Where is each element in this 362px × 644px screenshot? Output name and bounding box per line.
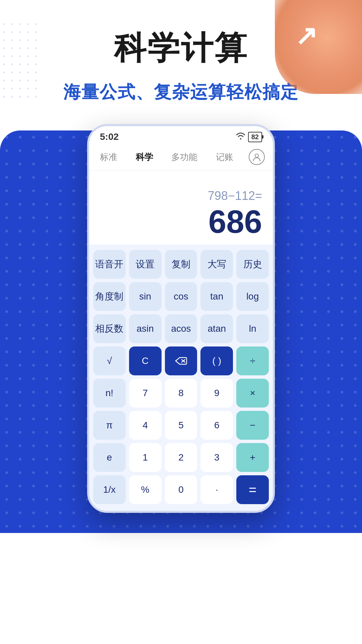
key-asin[interactable]: asin xyxy=(129,314,162,343)
key-clear[interactable]: C xyxy=(129,346,162,375)
key-sqrt[interactable]: √ xyxy=(93,346,126,375)
top-section: 科学计算 海量公式、复杂运算轻松搞定 xyxy=(0,0,362,117)
key-pi[interactable]: π xyxy=(93,411,126,440)
key-uppercase[interactable]: 大写 xyxy=(200,250,233,279)
key-0[interactable]: 0 xyxy=(165,475,197,504)
key-5[interactable]: 5 xyxy=(165,411,197,440)
status-bar: 5:02 82 xyxy=(89,126,273,145)
key-equals[interactable]: = xyxy=(236,475,269,504)
key-2[interactable]: 2 xyxy=(165,443,197,472)
key-angle[interactable]: 角度制 xyxy=(93,282,126,311)
wifi-icon xyxy=(236,132,245,142)
result: 686 xyxy=(208,206,262,238)
key-cos[interactable]: cos xyxy=(165,282,197,311)
phone-wrapper: 5:02 82 标准 科学 多功能 记账 xyxy=(0,124,362,533)
key-reciprocal[interactable]: 1/x xyxy=(93,475,126,504)
key-atan[interactable]: atan xyxy=(200,314,233,343)
key-row-6: π 4 5 6 − xyxy=(93,411,269,440)
key-log[interactable]: log xyxy=(236,282,269,311)
key-add[interactable]: + xyxy=(236,443,269,472)
hand-decoration xyxy=(275,0,362,94)
profile-button[interactable] xyxy=(249,149,265,165)
tab-standard[interactable]: 标准 xyxy=(97,150,120,164)
key-sin[interactable]: sin xyxy=(129,282,162,311)
key-voice[interactable]: 语音开 xyxy=(93,250,126,279)
key-row-7: e 1 2 3 + xyxy=(93,443,269,472)
dot-pattern-decoration xyxy=(0,20,40,101)
key-backspace[interactable] xyxy=(165,346,197,375)
tab-multi[interactable]: 多功能 xyxy=(169,150,200,164)
key-negate[interactable]: 相反数 xyxy=(93,314,126,343)
status-icons: 82 xyxy=(236,132,262,142)
key-history[interactable]: 历史 xyxy=(236,250,269,279)
key-parens[interactable]: ( ) xyxy=(200,346,233,375)
tab-accounting[interactable]: 记账 xyxy=(213,150,236,164)
key-row-1: 语音开 设置 复制 大写 历史 xyxy=(93,250,269,279)
nav-tabs: 标准 科学 多功能 记账 xyxy=(89,145,273,171)
key-row-bottom: 1/x % 0 · = xyxy=(93,475,269,504)
key-row-3: 相反数 asin acos atan ln xyxy=(93,314,269,343)
key-acos[interactable]: acos xyxy=(165,314,197,343)
key-4[interactable]: 4 xyxy=(129,411,162,440)
key-1[interactable]: 1 xyxy=(129,443,162,472)
key-decimal[interactable]: · xyxy=(200,475,233,504)
status-time: 5:02 xyxy=(100,131,119,142)
battery-icon: 82 xyxy=(248,132,262,142)
tab-science[interactable]: 科学 xyxy=(133,150,156,164)
key-6[interactable]: 6 xyxy=(200,411,233,440)
phone-frame: 5:02 82 标准 科学 多功能 记账 xyxy=(87,124,275,513)
key-settings[interactable]: 设置 xyxy=(129,250,162,279)
key-copy[interactable]: 复制 xyxy=(165,250,197,279)
key-row-4: √ C ( ) ÷ xyxy=(93,346,269,375)
key-divide[interactable]: ÷ xyxy=(236,346,269,375)
keyboard: 语音开 设置 复制 大写 历史 角度制 sin cos tan log 相反数 … xyxy=(89,245,273,511)
key-9[interactable]: 9 xyxy=(200,379,233,408)
key-factorial[interactable]: n! xyxy=(93,379,126,408)
expression: 798−112= xyxy=(208,189,262,203)
key-ln[interactable]: ln xyxy=(236,314,269,343)
key-7[interactable]: 7 xyxy=(129,379,162,408)
key-row-5: n! 7 8 9 × xyxy=(93,379,269,408)
key-row-2: 角度制 sin cos tan log xyxy=(93,282,269,311)
key-multiply[interactable]: × xyxy=(236,379,269,408)
key-percent[interactable]: % xyxy=(129,475,162,504)
display-area: 798−112= 686 xyxy=(89,171,273,245)
key-subtract[interactable]: − xyxy=(236,411,269,440)
svg-point-0 xyxy=(255,154,258,157)
key-3[interactable]: 3 xyxy=(200,443,233,472)
key-euler[interactable]: e xyxy=(93,443,126,472)
key-8[interactable]: 8 xyxy=(165,379,197,408)
key-tan[interactable]: tan xyxy=(200,282,233,311)
